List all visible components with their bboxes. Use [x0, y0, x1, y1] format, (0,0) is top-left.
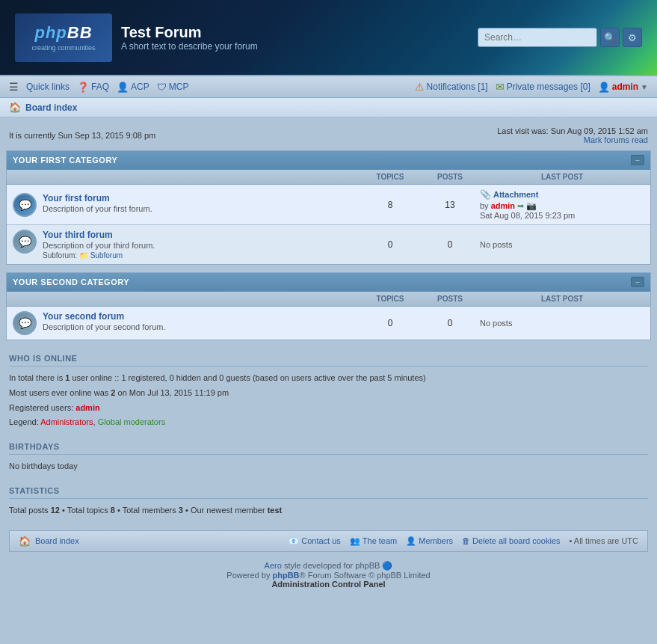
forum-title-area: Test Forum A short text to describe your…	[121, 24, 258, 52]
statistics-content: Total posts 12 • Total topics 8 • Total …	[9, 503, 648, 518]
home-icon: 🏠	[9, 102, 21, 113]
last-post-link-1[interactable]: Attachment	[493, 190, 539, 199]
collapse-category-2[interactable]: –	[631, 277, 644, 287]
statistics-section: STATISTICS Total posts 12 • Total topics…	[6, 480, 651, 524]
quick-links-icon[interactable]: ☰	[9, 81, 19, 93]
forum-desc-3: Description of your third forum.	[43, 241, 360, 250]
team-icon: 👥	[350, 536, 360, 546]
current-time: It is currently Sun Sep 13, 2015 9:08 pm	[9, 131, 155, 140]
logo-area: phpBB creating communities Test Forum A …	[15, 13, 258, 62]
legend-admins-link[interactable]: Administrators	[40, 417, 93, 426]
forum-details-1: Your first forum Description of your fir…	[43, 193, 360, 213]
statistics-title: STATISTICS	[9, 486, 648, 499]
footer-board-index[interactable]: Board index	[35, 536, 79, 545]
user-menu-link[interactable]: 👤 admin ▼	[598, 82, 648, 93]
members-icon: 👤	[406, 536, 416, 546]
last-post-1: 📎 Attachment by admin ➡ 📷 Sat Aug 08, 20…	[480, 189, 644, 220]
contact-us-link[interactable]: 📧 Contact us	[289, 536, 341, 546]
last-post-author-1[interactable]: admin	[491, 201, 515, 210]
notifications-icon: ⚠	[415, 81, 425, 93]
subforum-label: Subforum:	[43, 251, 79, 260]
legend-mods-link[interactable]: Global moderators	[98, 417, 166, 426]
acp-bottom-link[interactable]: Administration Control Panel	[271, 580, 385, 589]
who-is-online-content: In total there is 1 user online :: 1 reg…	[9, 371, 648, 430]
private-messages-icon: ✉	[496, 81, 505, 93]
aero-link[interactable]: Aero	[265, 561, 282, 570]
the-team-link[interactable]: 👥 The team	[350, 536, 397, 546]
breadcrumb: 🏠 Board index	[0, 98, 657, 117]
category-title-1: YOUR FIRST CATEGORY	[13, 156, 631, 165]
subforum-line: Subforum: 📁 Subforum	[43, 251, 360, 260]
timestamps-bar: It is currently Sun Sep 13, 2015 9:08 pm…	[6, 123, 651, 150]
online-admin-link[interactable]: admin	[75, 403, 99, 412]
bottom-footer-line2: Powered by phpBB® Forum Software © phpBB…	[12, 571, 645, 580]
forum-topics-2: 0	[360, 318, 420, 328]
col-header-lastpost-2: LAST POST	[480, 295, 644, 303]
mcp-icon: 🛡	[157, 82, 167, 93]
subforum-icon: 📁	[79, 251, 88, 260]
forum-icon-3: 💬	[13, 230, 37, 254]
forum-name-1[interactable]: Your first forum	[43, 193, 110, 203]
footer-nav-left: 🏠 Board index	[19, 536, 79, 547]
category-title-2: YOUR SECOND CATEGORY	[13, 277, 631, 286]
page-header: phpBB creating communities Test Forum A …	[0, 0, 657, 75]
admin-username: admin	[612, 82, 638, 92]
faq-link[interactable]: ❓ FAQ	[77, 82, 109, 93]
forum-row-3: 💬 Your third forum Description of your t…	[7, 225, 650, 264]
forum-posts-2: 0	[420, 318, 480, 328]
advanced-search-button[interactable]: ⚙	[623, 28, 642, 47]
birthdays-title: BIRTHDAYS	[9, 442, 648, 455]
forum-row-1: 💬 Your first forum Description of your f…	[7, 185, 650, 225]
contact-icon: 📧	[289, 536, 299, 546]
attachment-icon: 📎	[480, 189, 491, 200]
notifications-link[interactable]: ⚠ Notifications [1]	[415, 81, 488, 93]
forum-topics-3: 0	[360, 239, 420, 250]
footer-nav: 🏠 Board index 📧 Contact us 👥 The team 👤 …	[9, 530, 648, 552]
main-content: It is currently Sun Sep 13, 2015 9:08 pm…	[0, 117, 657, 601]
view-post-icon-1[interactable]: ➡ 📷	[517, 201, 537, 210]
collapse-category-1[interactable]: –	[631, 155, 644, 165]
last-post-2: No posts	[480, 319, 644, 328]
no-posts-text-3: No posts	[480, 240, 512, 249]
newest-member-link[interactable]: test	[268, 506, 283, 515]
navbar-right: ⚠ Notifications [1] ✉ Private messages […	[415, 81, 648, 93]
logo-text: phpBB	[34, 23, 92, 43]
registered-users-line: Registered users: admin	[9, 401, 648, 416]
forum-info-3: 💬 Your third forum Description of your t…	[13, 230, 360, 260]
forum-name-2[interactable]: Your second forum	[43, 311, 124, 322]
breadcrumb-board-index[interactable]: Board index	[25, 102, 77, 113]
forum-icon-1: 💬	[13, 193, 37, 217]
mcp-link[interactable]: 🛡 MCP	[157, 82, 189, 93]
forum-details-2: Your second forum Description of your se…	[43, 311, 360, 331]
faq-icon: ❓	[77, 82, 89, 93]
delete-cookies-link[interactable]: 🗑 Delete all board cookies	[462, 536, 560, 545]
timestamps-right: Last visit was: Sun Aug 09, 2015 1:52 am…	[497, 126, 648, 144]
col-header-topics-2: TOPICS	[360, 295, 420, 303]
admin-dropdown-arrow: ▼	[641, 83, 648, 91]
last-visit: Last visit was: Sun Aug 09, 2015 1:52 am	[497, 126, 648, 135]
col-header-lastpost-1: LAST POST	[480, 173, 644, 181]
category-header-1: YOUR FIRST CATEGORY –	[7, 151, 650, 170]
mark-forums-read[interactable]: Mark forums read	[497, 135, 648, 144]
phpbb-link[interactable]: phpBB	[272, 571, 299, 580]
forum-info-1: 💬 Your first forum Description of your f…	[13, 193, 360, 217]
search-button[interactable]: 🔍	[600, 28, 620, 47]
acp-icon: 👤	[117, 82, 129, 93]
phpbb-logo: phpBB creating communities	[15, 13, 112, 62]
stat-posts: 12	[51, 506, 60, 515]
subforum-link[interactable]: Subforum	[90, 251, 123, 260]
birthdays-content: No birthdays today	[9, 459, 648, 474]
forum-topics-1: 8	[360, 200, 420, 210]
bottom-footer: Aero style developed for phpBB 🔵 Powered…	[6, 555, 651, 595]
members-link[interactable]: 👤 Members	[406, 536, 453, 546]
forum-posts-1: 13	[420, 200, 480, 210]
private-messages-link[interactable]: ✉ Private messages [0]	[496, 81, 590, 93]
quick-links-link[interactable]: Quick links	[26, 82, 70, 92]
search-input[interactable]	[478, 28, 597, 47]
acp-link[interactable]: 👤 ACP	[117, 82, 149, 93]
footer-nav-right: 📧 Contact us 👥 The team 👤 Members 🗑 Dele…	[289, 536, 638, 546]
col-header-forum-2	[13, 295, 360, 303]
forum-name-3[interactable]: Your third forum	[43, 230, 113, 240]
col-header-topics-1: TOPICS	[360, 173, 420, 181]
last-post-title-1: 📎 Attachment	[480, 189, 644, 200]
